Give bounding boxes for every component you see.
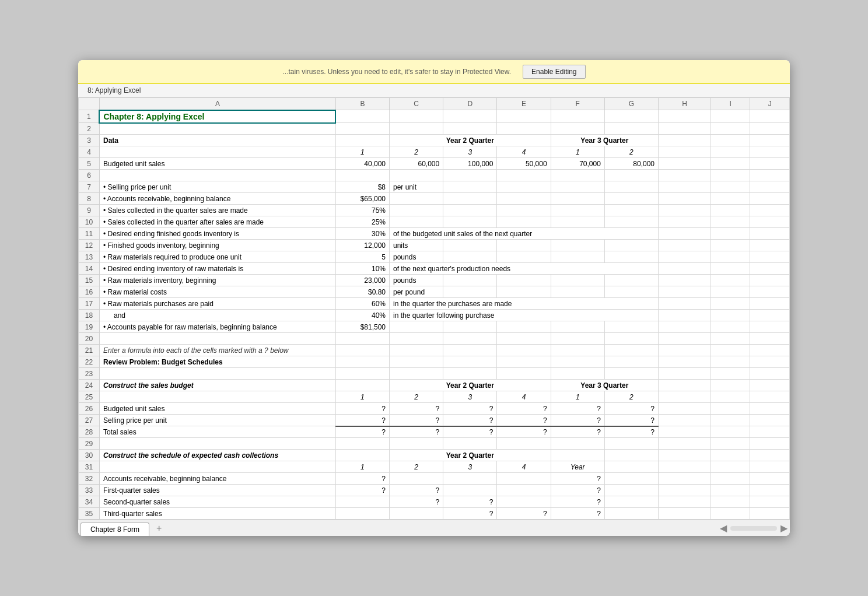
cell-26e[interactable]: ?: [497, 403, 551, 415]
cell-4e: 4: [497, 146, 551, 158]
table-row: 21 Enter a formula into each of the cell…: [79, 345, 790, 356]
tab-container: Chapter 8 Form +: [80, 520, 166, 536]
table-row: 23: [79, 368, 790, 380]
cell-32b[interactable]: ?: [335, 473, 389, 485]
cell-1b: [335, 110, 389, 123]
table-row: 33 First-quarter sales ? ? ?: [79, 485, 790, 496]
cell-25b: 1: [335, 391, 389, 403]
cell-28d[interactable]: ?: [443, 426, 497, 438]
cell-5d: 100,000: [443, 158, 497, 170]
cell-5f: 70,000: [551, 158, 604, 170]
cell-32f[interactable]: ?: [551, 473, 604, 485]
col-header-d: D: [443, 97, 497, 110]
spreadsheet-body: 1 Chapter 8: Applying Excel 2: [79, 110, 790, 520]
cell-1i: [710, 110, 750, 123]
cell-22a: Review Problem: Budget Schedules: [99, 356, 335, 368]
bottom-bar: Chapter 8 Form + ◀ ▶: [78, 520, 790, 536]
cell-7b: $8: [335, 181, 389, 193]
protected-bar-text: ...tain viruses. Unless you need to edit…: [283, 68, 512, 76]
table-row: 2: [79, 123, 790, 135]
table-row: 31 1 2 3 4 Year: [79, 461, 790, 473]
cell-27e[interactable]: ?: [497, 415, 551, 426]
cell-3f: Year 3 Quarter: [551, 135, 658, 146]
cell-28g[interactable]: ?: [604, 426, 658, 438]
cell-24a: Construct the sales budget: [99, 380, 335, 391]
horizontal-scrollbar[interactable]: [730, 526, 777, 531]
scroll-left-icon[interactable]: ◀: [720, 523, 727, 534]
cell-33f[interactable]: ?: [551, 485, 604, 496]
table-row: 28 Total sales ? ? ? ? ? ?: [79, 426, 790, 438]
cell-26f[interactable]: ?: [551, 403, 604, 415]
scrollbar-area: ◀ ▶: [720, 523, 788, 534]
table-row: 4 1 2 3 4 1 2: [79, 146, 790, 158]
col-header-c: C: [390, 97, 443, 110]
cell-7c: per unit: [390, 181, 443, 193]
cell-17c: in the quarter the purchases are made: [390, 298, 659, 310]
cell-27f[interactable]: ?: [551, 415, 604, 426]
cell-28e[interactable]: ?: [497, 426, 551, 438]
cell-18c: in the quarter following purchase: [390, 310, 659, 321]
table-row: 32 Accounts receivable, beginning balanc…: [79, 473, 790, 485]
excel-window: ...tain viruses. Unless you need to edit…: [78, 60, 790, 537]
cell-33c[interactable]: ?: [390, 485, 443, 496]
cell-28c[interactable]: ?: [390, 426, 443, 438]
table-row: 30 Construct the schedule of expected ca…: [79, 450, 790, 461]
cell-4c: 2: [390, 146, 443, 158]
cell-27g[interactable]: ?: [604, 415, 658, 426]
cell-35a: Third-quarter sales: [99, 508, 335, 520]
cell-1h: [659, 110, 711, 123]
sheet-tab-chapter8form[interactable]: Chapter 8 Form: [80, 523, 149, 536]
table-row: 34 Second-quarter sales ? ? ?: [79, 496, 790, 508]
cell-7a: • Selling price per unit: [99, 181, 335, 193]
cell-34c[interactable]: ?: [390, 496, 443, 508]
row-num-5: 5: [79, 158, 100, 170]
table-row: 15 • Raw materials inventory, beginning …: [79, 275, 790, 286]
cell-16c: per pound: [390, 286, 443, 298]
cell-26b[interactable]: ?: [335, 403, 389, 415]
cell-4f: 1: [551, 146, 604, 158]
cell-34d[interactable]: ?: [443, 496, 497, 508]
table-row: 22 Review Problem: Budget Schedules: [79, 356, 790, 368]
row-num-1: 1: [79, 110, 100, 123]
add-sheet-button[interactable]: +: [152, 523, 166, 536]
cell-21a: Enter a formula into each of the cells m…: [99, 345, 335, 356]
cell-5c: 60,000: [390, 158, 443, 170]
cell-11a: • Desired ending finished goods inventor…: [99, 228, 335, 240]
cell-34f[interactable]: ?: [551, 496, 604, 508]
cell-3a: Data: [99, 135, 335, 146]
cell-5a: Budgeted unit sales: [99, 158, 335, 170]
col-header-b: B: [335, 97, 389, 110]
cell-4d: 3: [443, 146, 497, 158]
cell-12c: units: [390, 240, 443, 251]
table-row: 10 • Sales collected in the quarter afte…: [79, 216, 790, 228]
table-row: 27 Selling price per unit ? ? ? ? ? ?: [79, 415, 790, 426]
cell-31e: 4: [497, 461, 551, 473]
table-row: 6: [79, 170, 790, 181]
cell-35d[interactable]: ?: [443, 508, 497, 520]
table-row: 3 Data Year 2 Quarter Year 3 Quarter: [79, 135, 790, 146]
cell-28b[interactable]: ?: [335, 426, 389, 438]
cell-19b: $81,500: [335, 321, 389, 333]
cell-26g[interactable]: ?: [604, 403, 658, 415]
cell-26d[interactable]: ?: [443, 403, 497, 415]
cell-1g: [604, 110, 658, 123]
cell-35f[interactable]: ?: [551, 508, 604, 520]
protected-view-bar: ...tain viruses. Unless you need to edit…: [78, 60, 790, 84]
cell-1c: [390, 110, 443, 123]
table-row: 29: [79, 438, 790, 450]
cell-27c[interactable]: ?: [390, 415, 443, 426]
cell-1a[interactable]: Chapter 8: Applying Excel: [99, 110, 335, 123]
cell-31b: 1: [335, 461, 389, 473]
cell-27b[interactable]: ?: [335, 415, 389, 426]
cell-35e[interactable]: ?: [497, 508, 551, 520]
scroll-right-icon[interactable]: ▶: [780, 523, 788, 534]
sheet-title-bar: 8: Applying Excel: [78, 84, 790, 97]
col-header-h: H: [659, 97, 711, 110]
cell-27d[interactable]: ?: [443, 415, 497, 426]
cell-25g: 2: [604, 391, 658, 403]
cell-26c[interactable]: ?: [390, 403, 443, 415]
cell-28f[interactable]: ?: [551, 426, 604, 438]
enable-editing-button[interactable]: Enable Editing: [523, 65, 585, 79]
cell-33b[interactable]: ?: [335, 485, 389, 496]
cell-27a: Selling price per unit: [99, 415, 335, 426]
